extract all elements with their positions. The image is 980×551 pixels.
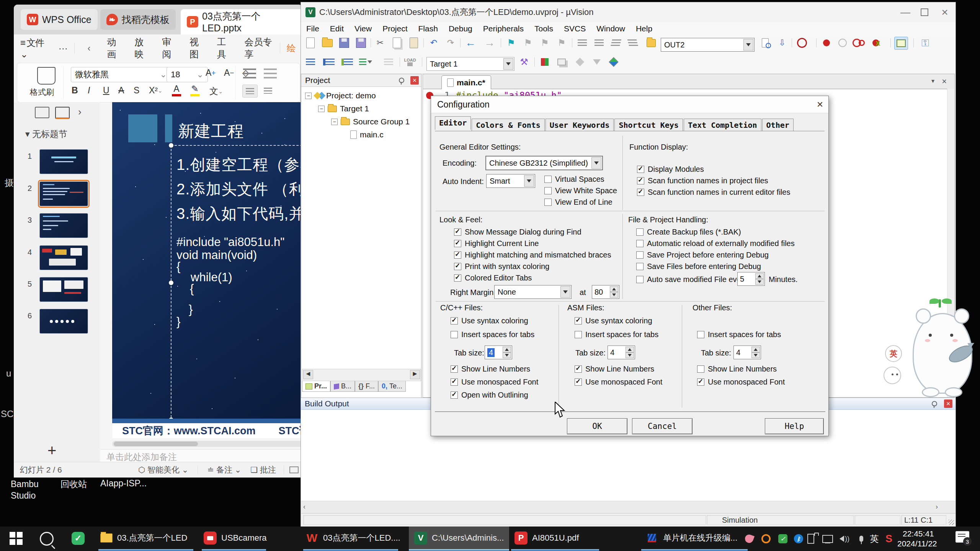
- undo-icon[interactable]: ↶: [427, 37, 440, 49]
- tab-text-completion[interactable]: Text Completion: [684, 119, 761, 131]
- comments-button[interactable]: ❏ 批注: [250, 465, 276, 475]
- section-header[interactable]: ▾ 无标题节: [25, 128, 67, 140]
- slide-code-line[interactable]: }: [176, 315, 180, 329]
- tray-sogou-search-icon[interactable]: [759, 532, 773, 546]
- spin-down-icon[interactable]: [503, 352, 511, 358]
- stop-build-icon[interactable]: [382, 56, 395, 68]
- strikethrough-button[interactable]: A: [118, 85, 124, 96]
- search-dropdown-icon[interactable]: [743, 39, 753, 51]
- tray-security-check-icon[interactable]: ✓: [776, 532, 790, 546]
- uvision-title-bar[interactable]: V C:\Users\Administrator\Desktop\03.点亮第一…: [301, 2, 956, 22]
- menu-member[interactable]: 会员专享: [238, 36, 280, 60]
- desktop-pet[interactable]: 英: [880, 298, 976, 408]
- normal-view-icon[interactable]: [289, 466, 299, 473]
- search-target-icon[interactable]: [795, 37, 808, 49]
- auto-reload-checkbox[interactable]: [636, 240, 644, 247]
- notes-panel[interactable]: 单击此处添加备注: [100, 449, 302, 463]
- highlight-current-line-checkbox[interactable]: [454, 240, 461, 247]
- taskbar-item-keil[interactable]: V C:\Users\Adminis...: [414, 527, 504, 549]
- highlight-braces-checkbox[interactable]: [454, 251, 461, 259]
- options-for-target-icon[interactable]: ⚒: [518, 56, 531, 68]
- bullet-list-icon[interactable]: [243, 68, 256, 78]
- spin-up-icon[interactable]: [610, 286, 618, 292]
- taskbar-item-usbcamera[interactable]: USBcamera: [204, 527, 267, 549]
- other-insert-spaces-checkbox[interactable]: [697, 331, 704, 338]
- collapse-icon[interactable]: −: [305, 93, 312, 99]
- slide-code-line[interactable]: {: [176, 260, 180, 274]
- breakpoint-disable-icon[interactable]: [836, 37, 849, 49]
- spin-up-icon[interactable]: [503, 347, 511, 352]
- desktop-icon-label[interactable]: 回收站: [60, 478, 87, 490]
- ok-button[interactable]: OK: [567, 418, 627, 434]
- uncomment-icon[interactable]: [626, 37, 639, 49]
- bold-button[interactable]: B: [72, 85, 78, 96]
- scroll-right-icon[interactable]: ›: [936, 503, 938, 511]
- format-painter-icon[interactable]: [37, 67, 56, 85]
- align-center-icon[interactable]: [261, 85, 275, 97]
- spin-up-icon[interactable]: [755, 273, 764, 279]
- auto-save-minutes-spinner[interactable]: 5: [737, 272, 765, 286]
- tree-item-project[interactable]: − Project: demo: [305, 91, 376, 100]
- breakpoint-enable-all-icon[interactable]: [852, 37, 865, 49]
- right-margin-dropdown-icon[interactable]: [560, 286, 570, 298]
- menu-more-button[interactable]: ···: [52, 43, 74, 54]
- wps-template-tab[interactable]: ❧ 找稻壳模板: [100, 9, 176, 30]
- open-file-icon[interactable]: [321, 37, 334, 49]
- font-color-button[interactable]: A: [172, 84, 181, 96]
- taskbar-item-isp[interactable]: 单片机在线升级编...: [645, 527, 737, 549]
- highlight-color-button[interactable]: ✎: [190, 84, 199, 96]
- project-hscrollbar[interactable]: ◀ ▶: [302, 369, 421, 381]
- menu-file[interactable]: File: [301, 24, 325, 33]
- menu-view[interactable]: 视图: [183, 36, 211, 60]
- tree-item-source-group[interactable]: − Source Group 1: [331, 117, 410, 126]
- close-button[interactable]: ×: [934, 6, 956, 19]
- cpp-outlining-checkbox[interactable]: [451, 391, 458, 399]
- outline-view-icon[interactable]: [35, 107, 49, 118]
- slide-thumbnail-4[interactable]: [39, 245, 88, 270]
- indent-icon[interactable]: [593, 37, 606, 49]
- search-icon[interactable]: [40, 532, 54, 546]
- thumbnail-view-icon[interactable]: [55, 107, 70, 119]
- translate-icon[interactable]: [304, 56, 317, 68]
- collapse-icon[interactable]: −: [331, 119, 338, 125]
- pack-installer-icon[interactable]: [607, 56, 620, 68]
- asm-tab-size-spinner[interactable]: 4: [608, 346, 635, 359]
- collapse-icon[interactable]: −: [318, 106, 325, 112]
- slide-code-line[interactable]: {: [190, 282, 194, 296]
- view-end-of-line-checkbox[interactable]: [544, 199, 552, 206]
- align-left-icon[interactable]: [242, 85, 258, 98]
- green-app-icon[interactable]: ✓: [72, 532, 85, 545]
- navigate-back-icon[interactable]: ←: [464, 37, 477, 49]
- slide-code-line[interactable]: void main(void): [176, 248, 257, 262]
- scroll-left-arrow[interactable]: ◀: [303, 370, 313, 379]
- comment-icon[interactable]: [609, 37, 622, 49]
- slide-bullet[interactable]: 2.添加头文件 （利用: [176, 179, 302, 200]
- window-layout-icon[interactable]: [894, 37, 908, 50]
- menu-edit[interactable]: Edit: [325, 24, 349, 33]
- tab-project[interactable]: Pr...: [302, 381, 330, 392]
- taskbar-item-folder[interactable]: 03.点亮第一个LED: [100, 527, 187, 549]
- dialog-close-icon[interactable]: ×: [817, 98, 823, 111]
- notes-toggle-button[interactable]: ≐ 备注 ⌄: [207, 465, 241, 475]
- tab-close-icon[interactable]: ×: [942, 77, 947, 86]
- virtual-spaces-checkbox[interactable]: [544, 176, 552, 183]
- auto-indent-combobox[interactable]: Smart: [486, 174, 535, 188]
- notification-center-icon[interactable]: 3: [956, 531, 969, 543]
- spin-up-icon[interactable]: [626, 347, 634, 352]
- slide-thumbnail-5[interactable]: [39, 277, 88, 302]
- slide-bullet[interactable]: 1.创建空工程（参考: [176, 154, 302, 175]
- menu-animation[interactable]: 动画: [101, 36, 128, 60]
- tab-shortcut-keys[interactable]: Shortcut Keys: [614, 119, 683, 131]
- expand-panel-icon[interactable]: ›: [78, 106, 82, 118]
- tray-microphone-icon[interactable]: [854, 532, 868, 546]
- tab-other[interactable]: Other: [762, 119, 794, 131]
- search-combobox[interactable]: OUT2: [661, 38, 755, 52]
- underline-button[interactable]: U: [103, 85, 109, 96]
- restore-button[interactable]: [915, 8, 934, 16]
- find-folder-icon[interactable]: [645, 37, 658, 49]
- cancel-button[interactable]: Cancel: [632, 418, 693, 434]
- tab-templates[interactable]: 0,Te...: [378, 381, 406, 392]
- taskbar-item-wps[interactable]: W 03点亮第一个LED....: [305, 527, 400, 549]
- slide-thumbnail-3[interactable]: [39, 213, 88, 238]
- spin-down-icon[interactable]: [755, 279, 764, 285]
